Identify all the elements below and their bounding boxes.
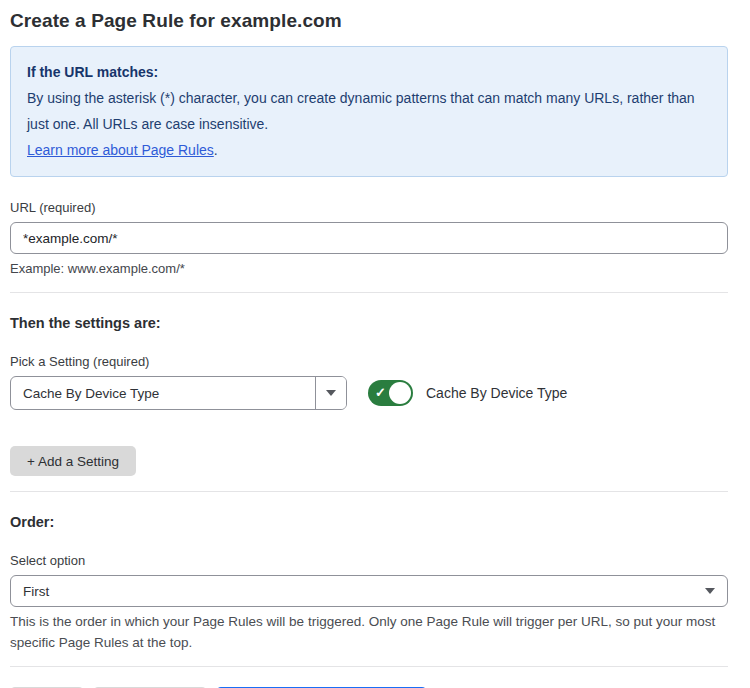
toggle-knob [389, 382, 411, 404]
learn-more-link[interactable]: Learn more about Page Rules [27, 142, 214, 158]
order-select-arrow-wrap [705, 588, 727, 594]
pick-setting-label: Pick a Setting (required) [10, 354, 728, 369]
info-box-link-line: Learn more about Page Rules. [27, 137, 711, 163]
divider [10, 292, 728, 293]
caret-down-icon [705, 588, 715, 594]
info-box-heading: If the URL matches: [27, 59, 711, 85]
page-title: Create a Page Rule for example.com [10, 10, 728, 32]
setting-row: Cache By Device Type ✓ Cache By Device T… [10, 376, 728, 410]
url-field-label: URL (required) [10, 200, 728, 215]
divider [10, 666, 728, 667]
order-select-label: Select option [10, 553, 728, 568]
setting-toggle[interactable]: ✓ [368, 380, 413, 406]
order-section-heading: Order: [10, 514, 728, 530]
link-suffix: . [214, 142, 218, 158]
url-matches-info-box: If the URL matches: By using the asteris… [10, 46, 728, 177]
order-select-value: First [11, 584, 705, 599]
divider [10, 491, 728, 492]
setting-toggle-label: Cache By Device Type [426, 385, 567, 401]
page-rule-form: Create a Page Rule for example.com If th… [0, 0, 750, 688]
url-input[interactable] [10, 222, 728, 254]
order-help-text: This is the order in which your Page Rul… [10, 612, 728, 654]
settings-section-heading: Then the settings are: [10, 315, 728, 331]
setting-select-arrow-cell[interactable] [315, 377, 346, 409]
order-select[interactable]: First [10, 575, 728, 607]
setting-select[interactable]: Cache By Device Type [10, 376, 347, 410]
caret-down-icon [326, 390, 336, 396]
setting-select-value: Cache By Device Type [11, 386, 315, 401]
info-box-body: By using the asterisk (*) character, you… [27, 85, 711, 137]
add-setting-button[interactable]: + Add a Setting [10, 446, 136, 476]
check-icon: ✓ [375, 386, 386, 399]
url-example-text: Example: www.example.com/* [10, 261, 728, 276]
